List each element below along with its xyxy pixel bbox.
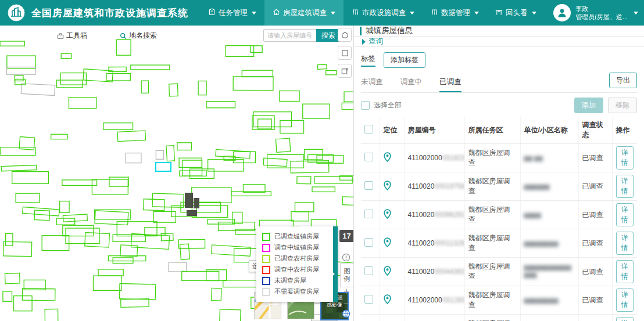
house-id-search-input[interactable] [263, 29, 316, 42]
chevron-down-icon [252, 12, 256, 15]
add-tag-button[interactable]: 添加标签 [384, 52, 425, 68]
house-id: 411002000 [408, 296, 442, 304]
select-all-checkbox[interactable] [361, 101, 370, 110]
zoom-out-button[interactable]: − [341, 298, 352, 310]
remove-button[interactable]: 移除 [608, 98, 637, 113]
legend-toggle-button[interactable]: 图 例 [340, 263, 354, 287]
nav-item-label: 回头看 [506, 8, 528, 18]
chevron-down-icon [474, 12, 479, 15]
legend-item: 调查中城镇房屋 [262, 242, 333, 253]
nav-item-数据管理[interactable]: 数据管理 [423, 0, 487, 26]
locate-pin-icon[interactable] [384, 212, 391, 221]
add-button[interactable]: 添加 [574, 98, 603, 113]
column-header: 单位/小区名称 [520, 117, 578, 144]
user-meta: 李政 管理员(房屋、道... [575, 5, 628, 21]
detail-button[interactable]: 详情 [616, 146, 634, 169]
locate-pin-icon[interactable] [384, 184, 391, 192]
unit-name-redacted: ▇▇▇▇ [524, 212, 542, 219]
locate-pin-icon[interactable] [384, 241, 391, 249]
header-checkbox[interactable] [364, 125, 373, 134]
tab-未调查[interactable]: 未调查 [361, 74, 383, 92]
road-icon [352, 8, 359, 17]
nav-item-任务管理[interactable]: 任务管理 [200, 0, 264, 26]
globe-icon[interactable] [342, 309, 350, 320]
map-search-button[interactable]: 搜索 [316, 29, 341, 42]
locate-pin-icon[interactable] [384, 156, 391, 164]
export-button[interactable]: 导出 [609, 73, 637, 88]
avatar [553, 4, 571, 21]
zoom-level-badge: 17 [339, 230, 354, 242]
tab-已调查[interactable]: 已调查 [439, 74, 461, 92]
column-header: 操作 [612, 117, 637, 144]
table-row: 411002000030839魏都区房屋调查▇▇▇▇▇▇已调查详情 [361, 315, 637, 321]
row-checkbox[interactable] [364, 266, 373, 275]
map-viewport[interactable]: 工具箱 地名搜索 筛选 搜索 [0, 26, 354, 321]
row-checkbox[interactable] [364, 153, 373, 161]
nav-item-房屋建筑调查[interactable]: 房屋建筑调查 [264, 0, 344, 26]
chevron-down-icon [410, 12, 414, 15]
legend-label: 已调查城镇房屋 [274, 232, 319, 241]
detail-button[interactable]: 详情 [616, 317, 634, 321]
house-id-blurred: 00011328 [434, 239, 464, 247]
legend-swatch [262, 233, 270, 241]
place-search-button[interactable]: 地名搜索 [120, 31, 157, 41]
draw-rectangle-tool[interactable] [338, 46, 352, 60]
nav-item-市政设施调查[interactable]: 市政设施调查 [344, 0, 423, 26]
chevron-down-icon [532, 12, 536, 15]
column-header: 房屋编号 [404, 117, 464, 144]
draw-polygon-tool[interactable] [338, 28, 352, 42]
house-id: 4110020 [408, 182, 435, 190]
search-icon [120, 33, 127, 39]
nav-item-回头看[interactable]: 回头看 [487, 0, 545, 26]
info-icon[interactable] [342, 253, 350, 264]
query-toggle[interactable]: 查询 [354, 37, 644, 47]
house-id: 411002000 [408, 154, 442, 162]
title-accent-bar [360, 27, 362, 35]
survey-status: 已调查 [578, 201, 612, 229]
nav-item-label: 任务管理 [219, 8, 248, 18]
tab-调查中[interactable]: 调查中 [400, 74, 423, 92]
legend-item: 已调查城镇房屋 [262, 231, 333, 242]
info-panel: 城镇房屋信息 查询 标签 添加标签 未调查调查中已调查导出 选择全部 添加 移除 [354, 26, 644, 321]
detail-button[interactable]: 详情 [616, 203, 634, 226]
task-area: 魏都区房屋调查 [464, 172, 520, 201]
app-header: 全国房屋建筑和市政设施调查系统 任务管理房屋建筑调查市政设施调查数据管理回头看 … [0, 0, 644, 26]
locate-pin-icon[interactable] [384, 298, 391, 306]
house-id-blurred: 00044393 [434, 268, 464, 276]
zoom-in-button[interactable]: + [341, 286, 352, 297]
legend-item: 已调查农村房屋 [262, 253, 333, 264]
table-row: 411002000096292魏都区房屋调查▇▇▇▇已调查详情 [361, 201, 637, 229]
task-area: 魏都区房屋调查 [464, 229, 520, 258]
detail-button[interactable]: 详情 [616, 175, 634, 198]
chevron-down-icon [634, 12, 638, 15]
bridge-icon [495, 8, 503, 17]
house-id-search: 搜索 [263, 29, 341, 42]
legend-label: 未调查房屋 [274, 276, 306, 285]
detail-button[interactable]: 详情 [616, 260, 634, 283]
locate-pin-icon[interactable] [384, 269, 391, 277]
legend-swatch [262, 288, 270, 296]
row-checkbox[interactable] [364, 295, 373, 304]
tag-tab[interactable]: 标签 [361, 54, 375, 67]
app-title: 全国房屋建筑和市政设施调查系统 [31, 6, 188, 20]
detail-button[interactable]: 详情 [616, 288, 634, 312]
detail-button[interactable]: 详情 [616, 232, 634, 255]
row-checkbox[interactable] [364, 238, 373, 247]
table-row: 411002000011328魏都区房屋调查▇▇▇▇▇▇▇▇已调查详情 [361, 229, 637, 258]
legend-button-label: 图 [344, 268, 350, 275]
clear-selection-tool[interactable] [338, 64, 352, 78]
task-area: 魏都区房屋调查 [464, 286, 520, 315]
house-id-blurred: 031823 [442, 154, 464, 162]
legend-item: 未调查房屋 [262, 275, 333, 286]
person-icon [556, 7, 568, 19]
row-checkbox[interactable] [364, 181, 373, 190]
clipboard-icon [208, 8, 216, 17]
user-role: 管理员(房屋、道... [575, 13, 628, 21]
user-chip[interactable]: 李政 管理员(房屋、道... [553, 4, 638, 21]
row-checkbox[interactable] [364, 210, 373, 218]
status-tabs: 未调查调查中已调查导出 [361, 74, 637, 93]
house-id: 4110020 [408, 268, 435, 276]
legend-item: 调查中农村房屋 [262, 264, 333, 275]
toolbox-button[interactable]: 工具箱 [57, 31, 87, 41]
app-logo-icon [7, 3, 26, 22]
